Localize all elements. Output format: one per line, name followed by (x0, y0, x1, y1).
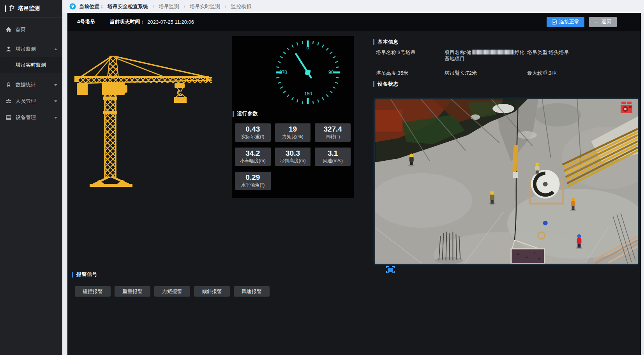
device-status-section-title: 设备状态 (373, 81, 399, 88)
sidebar-item-home[interactable]: 首页 (0, 21, 62, 38)
param-card-rotation: 327.4 回转(°) (315, 123, 351, 142)
user-icon (5, 46, 12, 52)
basic-info-section-title: 基本信息 (373, 39, 399, 46)
back-button[interactable]: ← 返回 (589, 17, 617, 27)
arrow-left-icon: ← (594, 19, 599, 25)
breadcrumb-separator: / (153, 4, 154, 9)
stats-icon (5, 82, 12, 88)
app-title: 塔吊监测 (18, 5, 40, 12)
param-label: 回转(°) (326, 134, 340, 140)
param-label: 实际吊重(t) (241, 134, 264, 140)
main-panel: 4号塔吊 当前状态时间： 2023-07-25 11:20:06 连接正常 ← … (67, 13, 641, 355)
connect-status-label: 连接正常 (559, 18, 579, 25)
panel-header: 4号塔吊 当前状态时间： 2023-07-25 11:20:06 连接正常 ← … (67, 13, 641, 31)
info-crane-type: 塔吊类型:塔头塔吊 (527, 49, 636, 62)
param-label: 力矩比(%) (282, 134, 303, 140)
param-card-hook-height: 30.3 吊钩高度(m) (275, 148, 311, 166)
param-label: 水平倾角(°) (241, 182, 265, 188)
panel-content: 0 90 180 270 运行参数 0.43 实际吊重(t) 19 力矩比(%) (67, 31, 641, 355)
logo-bar (5, 5, 6, 12)
sidebar-item-label: 设备管理 (16, 114, 36, 121)
sidebar-menu: 首页 塔吊监测 塔吊实时监测 数据统计 (0, 18, 62, 126)
param-label: 吊钩高度(m) (280, 158, 305, 164)
breadcrumb-separator: / (184, 4, 185, 9)
fullscreen-icon[interactable] (386, 266, 395, 273)
section-accent-bar (233, 111, 234, 117)
section-title-text: 运行参数 (237, 110, 258, 117)
param-label: 小车幅度(m) (240, 158, 266, 164)
section-title-text: 设备状态 (378, 81, 399, 88)
breadcrumb-prefix: 当前位置： (79, 3, 104, 10)
section-accent-bar (72, 272, 73, 278)
section-title-text: 报警信号 (76, 271, 97, 278)
breadcrumb-item[interactable]: 监控模拟 (231, 3, 251, 10)
status-time-label: 当前状态时间： (109, 18, 145, 25)
connect-status-button[interactable]: 连接正常 (547, 17, 584, 27)
sidebar: 塔吊监测 首页 塔吊监测 塔吊实时监测 (0, 0, 62, 355)
param-value: 3.1 (328, 149, 338, 157)
param-label: 风速(m/s) (323, 158, 342, 164)
gauge-panel: 0 90 180 270 运行参数 0.43 实际吊重(t) 19 力矩比(%) (232, 36, 354, 198)
info-max-load: 最大载重:3吨 (527, 70, 636, 76)
sidebar-item-data-stats[interactable]: 数据统计 (0, 77, 62, 93)
sidebar-item-label: 首页 (16, 26, 26, 33)
tower-crane-illustration (72, 53, 212, 193)
back-label: 返回 (602, 18, 612, 25)
params-section-title: 运行参数 (233, 110, 258, 117)
sidebar-item-crane-monitor[interactable]: 塔吊监测 (0, 41, 62, 57)
section-accent-bar (373, 39, 374, 45)
param-value: 34.2 (245, 149, 260, 157)
status-time-value: 2023-07-25 11:20:06 (147, 19, 194, 25)
wind-alarm-button[interactable]: 风速报警 (234, 286, 270, 297)
chevron-down-icon (54, 117, 57, 119)
param-card-tilt-angle: 0.29 水平倾角(°) (235, 172, 271, 190)
param-card-moment-ratio: 19 力矩比(%) (275, 123, 311, 142)
param-card-trolley-range: 34.2 小车幅度(m) (235, 148, 271, 166)
breadcrumb-bar: 当前位置： 塔吊安全检查系统 / 塔吊监测 / 塔吊实时监测 / 监控模拟 (62, 0, 644, 13)
sidebar-item-crane-realtime[interactable]: 塔吊实时监测 (0, 57, 62, 73)
tilt-alarm-button[interactable]: 倾斜报警 (194, 286, 230, 297)
gauge-needle (293, 52, 314, 80)
gauge-label-90: 90 (328, 70, 333, 75)
info-crane-height: 塔吊高度:35米 (376, 70, 445, 76)
info-crane-name: 塔吊名称:3号塔吊 (376, 49, 445, 62)
gauge-label-270: 270 (279, 70, 287, 75)
gauge-label-0: 0 (305, 45, 311, 51)
weight-alarm-button[interactable]: 重量报警 (115, 286, 150, 297)
breadcrumb-separator: / (225, 4, 226, 9)
sidebar-item-equipment[interactable]: 设备管理 (0, 109, 62, 126)
app-logo: 塔吊监测 (0, 0, 62, 18)
sidebar-item-label: 塔吊监测 (16, 46, 36, 53)
location-pin-icon (69, 3, 76, 10)
camera-video-feed (375, 99, 638, 264)
info-project-name: 项目名称:健孵化基地项目 (445, 49, 527, 62)
param-value: 30.3 (286, 149, 300, 157)
device-icon (5, 114, 12, 121)
redacted-text (472, 50, 513, 54)
home-icon (5, 26, 12, 33)
breadcrumb-item[interactable]: 塔吊监测 (159, 3, 179, 10)
moment-alarm-button[interactable]: 力矩报警 (154, 286, 190, 297)
param-value: 0.29 (245, 173, 260, 181)
project-name-prefix: 项目名称:健 (445, 49, 471, 55)
crane-name: 4号塔吊 (77, 18, 95, 25)
breadcrumb-root[interactable]: 塔吊安全检查系统 (108, 3, 148, 10)
param-value: 0.43 (245, 125, 260, 133)
sidebar-item-label: 人员管理 (16, 98, 36, 105)
chevron-down-icon (54, 84, 57, 86)
params-cards: 0.43 实际吊重(t) 19 力矩比(%) 327.4 回转(°) 34.2 … (235, 123, 351, 190)
basic-info-grid: 塔吊名称:3号塔吊 项目名称:健孵化基地项目 塔吊类型:塔头塔吊 塔吊高度:35… (376, 49, 636, 76)
rotation-gauge: 0 90 180 270 (232, 36, 354, 114)
alarm-buttons: 碰撞报警 重量报警 力矩报警 倾斜报警 风速报警 (75, 286, 270, 297)
section-title-text: 基本信息 (378, 39, 399, 46)
sidebar-item-personnel[interactable]: 人员管理 (0, 93, 62, 109)
param-card-wind-speed: 3.1 风速(m/s) (315, 148, 351, 166)
section-accent-bar (373, 81, 374, 87)
collision-alarm-button[interactable]: 碰撞报警 (75, 286, 111, 297)
team-icon (5, 98, 12, 104)
check-square-icon (552, 19, 557, 25)
breadcrumb-item[interactable]: 塔吊实时监测 (190, 3, 220, 10)
crane-logo-icon (9, 5, 15, 12)
sidebar-item-label: 数据统计 (16, 81, 36, 88)
param-value: 327.4 (323, 125, 342, 133)
